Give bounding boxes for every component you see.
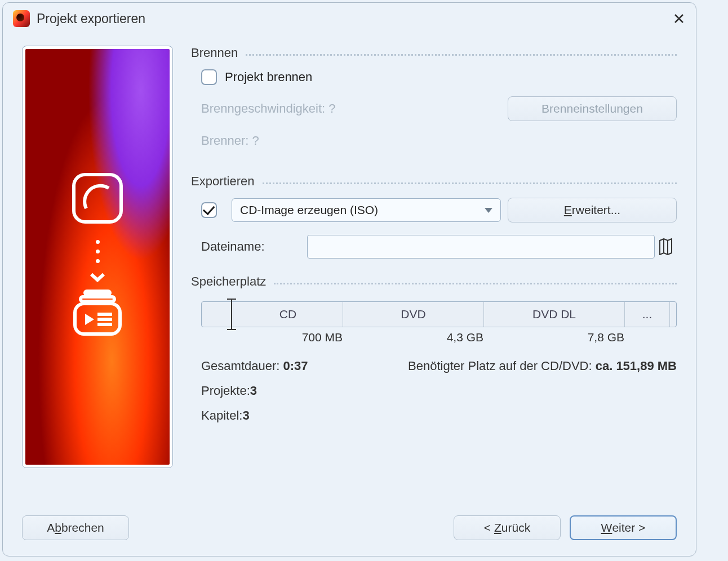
- tick-dvd: 4,3 GB: [343, 331, 483, 344]
- storage-seg-dvddl: DVD DL: [484, 302, 625, 327]
- export-dialog: Projekt exportieren: [2, 2, 696, 556]
- filename-input[interactable]: [307, 235, 655, 259]
- section-storage-header: Speicherplatz: [191, 274, 677, 289]
- storage-tick-labels: 700 MB 4,3 GB 7,8 GB: [201, 331, 677, 344]
- disc-icon: [69, 170, 126, 226]
- burn-settings-button[interactable]: Brenneinstellungen: [508, 96, 677, 121]
- tick-cd: 700 MB: [233, 331, 343, 344]
- storage-seg-dvd: DVD: [343, 302, 484, 327]
- section-export-header: Exportieren: [191, 174, 677, 189]
- export-advanced-button[interactable]: Erweitert...: [508, 198, 677, 222]
- cancel-button[interactable]: Abbrechen: [22, 515, 129, 540]
- burn-project-checkbox[interactable]: [201, 69, 217, 85]
- required-space-label: Benötigter Platz auf der CD/DVD:: [408, 359, 596, 373]
- caret-down-icon: [485, 208, 492, 213]
- dialog-body: Brennen Projekt brennen Brenngeschwindig…: [3, 34, 696, 504]
- projects-value: 3: [250, 384, 257, 398]
- preview-panel: [22, 46, 173, 468]
- projects-label: Projekte:: [201, 384, 250, 398]
- svg-rect-2: [81, 297, 114, 301]
- app-icon: [13, 10, 30, 27]
- close-icon: [674, 14, 684, 24]
- export-enable-checkbox[interactable]: [201, 202, 217, 218]
- storage-seg-cd: CD: [233, 302, 343, 327]
- storage-capacity-bar[interactable]: CD DVD DVD DL ...: [201, 301, 677, 327]
- transfer-dots-icon: [96, 240, 100, 263]
- next-button[interactable]: Weiter >: [570, 515, 677, 540]
- storage-stats: Gesamtdauer: 0:37 Benötigter Platz auf d…: [201, 359, 677, 423]
- window-title: Projekt exportieren: [37, 11, 670, 26]
- export-format-value: CD-Image erzeugen (ISO): [240, 203, 378, 217]
- burn-speed-label: Brenngeschwindigkeit: ?: [201, 101, 335, 116]
- storage-used-segment: [202, 302, 233, 327]
- burn-project-label: Projekt brennen: [225, 70, 312, 84]
- section-burn-header: Brennen: [191, 46, 677, 60]
- chapters-value: 3: [242, 408, 249, 423]
- main-column: Brennen Projekt brennen Brenngeschwindig…: [191, 46, 677, 504]
- back-button[interactable]: < Zurück: [454, 515, 561, 540]
- burner-label: Brenner: ?: [201, 133, 259, 148]
- required-space-value: ca. 151,89 MB: [596, 359, 677, 373]
- close-button[interactable]: [670, 10, 688, 28]
- preview-image: [25, 49, 170, 465]
- storage-seg-more: ...: [625, 302, 670, 327]
- tick-dvddl: 7,8 GB: [483, 331, 624, 344]
- svg-rect-1: [85, 291, 110, 295]
- dialog-footer: Abbrechen < Zurück Weiter >: [3, 504, 696, 556]
- storage-cursor-icon: [231, 299, 232, 330]
- titlebar: Projekt exportieren: [3, 3, 696, 34]
- player-stack-icon: [69, 288, 126, 339]
- folder-map-icon: [658, 238, 673, 255]
- duration-value: 0:37: [283, 359, 308, 373]
- svg-rect-0: [74, 175, 121, 222]
- export-format-select[interactable]: CD-Image erzeugen (ISO): [232, 198, 501, 222]
- chapters-label: Kapitel:: [201, 408, 242, 423]
- chevron-down-icon: [90, 272, 105, 282]
- filename-label: Dateiname:: [201, 239, 297, 254]
- duration-label: Gesamtdauer:: [201, 359, 283, 373]
- filename-browse-button[interactable]: [654, 235, 677, 259]
